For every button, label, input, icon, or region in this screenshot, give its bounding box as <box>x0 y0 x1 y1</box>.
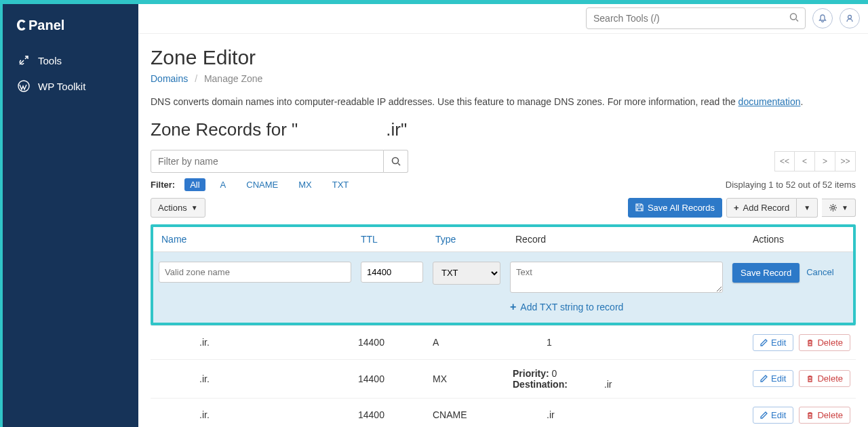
breadcrumb-current: Manage Zone <box>204 73 262 84</box>
col-record: Record <box>515 234 753 245</box>
plus-icon: + <box>510 301 516 313</box>
pencil-icon <box>760 375 768 382</box>
chevron-down-icon: ▼ <box>191 204 198 211</box>
brand-logo: Panel <box>3 4 138 47</box>
filter-cname[interactable]: CNAME <box>241 178 283 191</box>
table-row: .ir. 14400 CNAME .ir Edit Delete <box>151 398 856 427</box>
col-name[interactable]: Name <box>159 234 361 245</box>
filter-a[interactable]: A <box>215 178 232 191</box>
new-record-text-input[interactable] <box>510 262 723 293</box>
col-type[interactable]: Type <box>435 234 515 245</box>
trash-icon <box>806 411 814 419</box>
new-record-type-select[interactable]: TXT <box>433 262 500 285</box>
search-icon <box>391 157 401 166</box>
pencil-icon <box>760 411 768 419</box>
pager-prev[interactable]: < <box>795 151 815 171</box>
table-row: .ir. 14400 MX Priority: 0Destination: .i… <box>151 359 856 398</box>
zone-records-heading: Zone Records for ".ir" <box>151 119 856 140</box>
add-record-dropdown[interactable]: ▼ <box>797 198 818 218</box>
pager-first[interactable]: << <box>774 151 795 171</box>
zone-records-table: Name TTL Type Record Actions TXT + <box>151 224 856 325</box>
new-record-ttl-input[interactable] <box>361 262 423 283</box>
table-row: .ir. 14400 A 1 Edit Delete <box>151 325 856 359</box>
search-icon <box>789 13 799 24</box>
user-button[interactable] <box>840 8 860 28</box>
edit-button[interactable]: Edit <box>753 407 793 424</box>
pencil-icon <box>760 339 768 346</box>
save-all-button[interactable]: Save All Records <box>628 198 722 218</box>
delete-button[interactable]: Delete <box>799 407 850 424</box>
trash-icon <box>806 375 814 382</box>
sidebar-item-tools[interactable]: Tools <box>3 47 138 73</box>
wordpress-icon <box>18 80 30 92</box>
actions-dropdown[interactable]: Actions ▼ <box>151 198 205 218</box>
breadcrumb: Domains / Manage Zone <box>151 73 856 84</box>
svg-point-3 <box>848 16 852 19</box>
svg-point-5 <box>832 206 835 209</box>
breadcrumb-root[interactable]: Domains <box>151 73 188 84</box>
search-input[interactable] <box>586 7 806 29</box>
filter-label: Filter: <box>151 180 175 190</box>
filter-all[interactable]: All <box>184 178 205 191</box>
filter-mx[interactable]: MX <box>293 178 317 191</box>
chevron-down-icon: ▼ <box>842 204 848 211</box>
plus-icon: + <box>734 203 739 213</box>
delete-button[interactable]: Delete <box>799 370 850 387</box>
chevron-down-icon: ▼ <box>804 204 810 211</box>
col-ttl[interactable]: TTL <box>361 234 435 245</box>
displaying-count: Displaying 1 to 52 out of 52 items <box>726 180 856 190</box>
new-record-name-input[interactable] <box>159 262 351 283</box>
save-icon <box>635 203 644 211</box>
settings-button[interactable]: ▼ <box>822 199 856 217</box>
bell-icon <box>818 14 827 23</box>
page-description: DNS converts domain names into computer-… <box>151 96 856 107</box>
tools-icon <box>18 54 30 66</box>
sidebar-item-label: Tools <box>38 55 62 66</box>
page-title: Zone Editor <box>151 46 856 69</box>
svg-point-4 <box>392 157 398 163</box>
trash-icon <box>806 339 814 346</box>
delete-button[interactable]: Delete <box>799 334 850 351</box>
add-record-button[interactable]: + Add Record <box>726 198 797 218</box>
edit-button[interactable]: Edit <box>753 334 793 351</box>
sidebar-item-label: WP Toolkit <box>38 81 85 92</box>
topbar <box>138 4 868 34</box>
notifications-button[interactable] <box>812 8 833 28</box>
col-actions: Actions <box>753 234 848 245</box>
pager-last[interactable]: >> <box>835 151 856 171</box>
documentation-link[interactable]: documentation <box>738 96 801 107</box>
pager-next[interactable]: > <box>815 151 835 171</box>
cancel-link[interactable]: Cancel <box>806 263 833 277</box>
cpanel-logo-icon: Panel <box>16 16 83 34</box>
svg-text:Panel: Panel <box>28 18 64 33</box>
svg-point-2 <box>791 14 797 20</box>
add-record-row: TXT + Add TXT string to record Save Reco… <box>153 252 853 323</box>
sidebar: Panel Tools WP Toolkit <box>3 4 138 427</box>
edit-button[interactable]: Edit <box>753 370 793 387</box>
save-record-button[interactable]: Save Record <box>732 263 800 283</box>
add-txt-string-link[interactable]: + Add TXT string to record <box>510 298 723 313</box>
filter-search-button[interactable] <box>384 150 408 173</box>
user-icon <box>845 14 854 23</box>
gear-icon <box>829 203 837 212</box>
filter-txt[interactable]: TXT <box>327 178 355 191</box>
sidebar-item-wptoolkit[interactable]: WP Toolkit <box>3 73 138 99</box>
filter-input[interactable] <box>151 150 384 173</box>
